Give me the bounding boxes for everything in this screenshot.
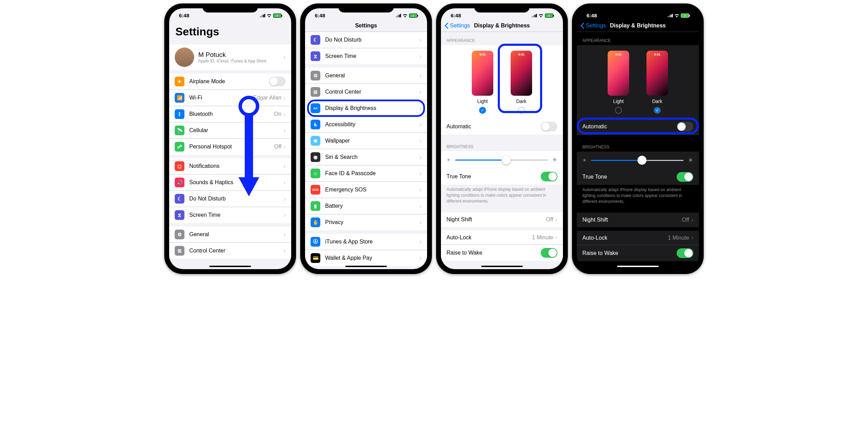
controlcenter-icon: ⊞ bbox=[175, 246, 184, 256]
truetone-cell[interactable]: True Tone bbox=[441, 169, 563, 185]
cell-screentime[interactable]: ⧖Screen Time› bbox=[169, 207, 291, 223]
cell-airplane[interactable]: ✈︎Airplane Mode bbox=[169, 74, 291, 90]
chevron-icon: › bbox=[284, 94, 286, 102]
cell-siri[interactable]: ◉Siri & Search› bbox=[305, 149, 427, 165]
automatic-cell[interactable]: Automatic bbox=[577, 119, 699, 135]
appearance-light[interactable]: Light bbox=[472, 51, 493, 114]
autolock-cell[interactable]: Auto-Lock 1 Minute › bbox=[441, 230, 563, 245]
status-right: ⚡ bbox=[668, 14, 689, 18]
cell-notifications[interactable]: ◻︎Notifications› bbox=[169, 158, 291, 174]
brightness-slider[interactable] bbox=[455, 160, 548, 161]
back-button[interactable]: Settings bbox=[444, 23, 470, 29]
brightness-slider[interactable] bbox=[591, 160, 684, 161]
brightness-header: Brightness bbox=[441, 138, 563, 151]
raisewake-toggle[interactable] bbox=[541, 248, 557, 258]
light-radio[interactable] bbox=[615, 107, 622, 114]
airplane-icon: ✈︎ bbox=[175, 77, 184, 86]
nightshift-cell[interactable]: Night Shift Off › bbox=[577, 213, 699, 227]
notifications-group: ◻︎Notifications›🔊Sounds & Haptics›☾Do No… bbox=[169, 158, 291, 223]
cell-general[interactable]: ⚙︎General› bbox=[169, 226, 291, 243]
scroll-content[interactable]: ☾Do Not Disturb›⧖Screen Time› ⚙︎General›… bbox=[305, 32, 427, 266]
cell-general[interactable]: ⚙︎General› bbox=[305, 68, 427, 84]
cell-accessibility[interactable]: ♿︎Accessibility› bbox=[305, 117, 427, 133]
battery-icon: ⚡ bbox=[409, 14, 417, 18]
appearance-light[interactable]: Light bbox=[608, 51, 629, 114]
truetone-toggle[interactable] bbox=[677, 172, 693, 182]
general-group: ⚙︎General›⊞Control Center› bbox=[169, 226, 291, 259]
screentime-icon: ⧖ bbox=[175, 210, 184, 220]
truetone-toggle[interactable] bbox=[541, 172, 557, 181]
raisewake-cell[interactable]: Raise to Wake bbox=[577, 245, 699, 261]
status-right: ⚡ bbox=[260, 14, 281, 18]
scroll-content[interactable]: Settings M Potuck Apple ID, iCloud, iTun… bbox=[169, 19, 291, 266]
chevron-icon: › bbox=[284, 195, 286, 203]
faceid-icon: ☺︎ bbox=[311, 169, 320, 178]
apple-id-group: M Potuck Apple ID, iCloud, iTunes & App … bbox=[169, 44, 291, 70]
cell-dnd[interactable]: ☾Do Not Disturb› bbox=[169, 191, 291, 207]
cell-sounds[interactable]: 🔊Sounds & Haptics› bbox=[169, 174, 291, 191]
cell-detail: Edgar Allan bbox=[253, 95, 281, 101]
appearance-picker: Light Dark bbox=[441, 45, 563, 119]
chevron-icon: › bbox=[419, 53, 422, 60]
cell-cellular[interactable]: 📡Cellular› bbox=[169, 122, 291, 139]
cell-detail: Off bbox=[274, 144, 281, 150]
cell-hotspot[interactable]: ☍Personal HotspotOff› bbox=[169, 139, 291, 155]
chevron-icon: › bbox=[419, 219, 422, 226]
cell-appstore[interactable]: ⒶiTunes & App Store› bbox=[305, 234, 427, 250]
light-thumb-icon bbox=[608, 51, 629, 96]
cell-label: Wi-Fi bbox=[189, 95, 253, 101]
back-button[interactable]: Settings bbox=[580, 23, 606, 29]
cell-display[interactable]: AADisplay & Brightness› bbox=[305, 100, 427, 117]
automatic-label: Automatic bbox=[582, 123, 677, 130]
chevron-icon: › bbox=[419, 186, 422, 194]
apple-id-cell[interactable]: M Potuck Apple ID, iCloud, iTunes & App … bbox=[169, 44, 291, 70]
home-indicator bbox=[209, 266, 251, 267]
chevron-icon: › bbox=[691, 216, 693, 224]
raisewake-cell[interactable]: Raise to Wake bbox=[441, 245, 563, 261]
raisewake-toggle[interactable] bbox=[677, 248, 693, 258]
cell-screentime[interactable]: ⧖Screen Time› bbox=[305, 48, 427, 64]
dark-thumb-icon bbox=[646, 51, 668, 96]
light-label: Light bbox=[613, 99, 624, 104]
scroll-content[interactable]: Appearance Light Dark Automatic bbox=[441, 32, 563, 266]
automatic-toggle[interactable] bbox=[677, 122, 693, 131]
appearance-dark[interactable]: Dark bbox=[511, 51, 532, 114]
autolock-group: Auto-Lock 1 Minute › Raise to Wake bbox=[441, 230, 563, 261]
cell-label: Accessibility bbox=[325, 121, 419, 128]
cell-faceid[interactable]: ☺︎Face ID & Passcode› bbox=[305, 165, 427, 182]
notch bbox=[610, 3, 666, 12]
cell-sos[interactable]: SOSEmergency SOS› bbox=[305, 182, 427, 198]
light-label: Light bbox=[477, 99, 488, 104]
dark-radio[interactable] bbox=[518, 107, 525, 114]
chevron-icon: › bbox=[419, 170, 422, 177]
cell-controlcenter[interactable]: ⊞Control Center› bbox=[169, 243, 291, 259]
raisewake-label: Raise to Wake bbox=[582, 250, 677, 256]
toggle[interactable] bbox=[269, 77, 286, 86]
apple-id-sub: Apple ID, iCloud, iTunes & App Store bbox=[198, 59, 284, 63]
cell-privacy[interactable]: ✋Privacy› bbox=[305, 214, 427, 230]
appearance-dark[interactable]: Dark bbox=[646, 51, 668, 114]
scroll-content[interactable]: Appearance Light Dark Automatic bbox=[577, 32, 699, 266]
cell-wifi[interactable]: 📶Wi-FiEdgar Allan› bbox=[169, 90, 291, 106]
network-group: ✈︎Airplane Mode📶Wi-FiEdgar Allan›ᛒBlueto… bbox=[169, 74, 291, 155]
wifi-icon bbox=[267, 14, 272, 17]
autolock-cell[interactable]: Auto-Lock 1 Minute › bbox=[577, 231, 699, 245]
cell-dnd[interactable]: ☾Do Not Disturb› bbox=[305, 32, 427, 48]
cell-battery[interactable]: ▮Battery› bbox=[305, 198, 427, 214]
truetone-cell[interactable]: True Tone bbox=[577, 169, 699, 185]
automatic-cell[interactable]: Automatic bbox=[441, 119, 563, 135]
cell-controlcenter[interactable]: ⊞Control Center› bbox=[305, 84, 427, 100]
dark-radio[interactable] bbox=[654, 107, 661, 114]
wifi-icon bbox=[674, 14, 679, 17]
nightshift-cell[interactable]: Night Shift Off › bbox=[441, 212, 563, 227]
cell-label: Display & Brightness bbox=[325, 105, 419, 111]
raisewake-label: Raise to Wake bbox=[446, 250, 541, 256]
cell-bluetooth[interactable]: ᛒBluetoothOn› bbox=[169, 106, 291, 122]
light-radio[interactable] bbox=[479, 107, 486, 114]
cell-wallpaper[interactable]: ❀Wallpaper› bbox=[305, 133, 427, 149]
appearance-picker: Light Dark bbox=[577, 45, 699, 119]
status-time: 6:48 bbox=[179, 12, 189, 18]
automatic-toggle[interactable] bbox=[541, 122, 557, 131]
cell-wallet[interactable]: 💳Wallet & Apple Pay› bbox=[305, 250, 427, 266]
chevron-icon: › bbox=[284, 247, 286, 255]
